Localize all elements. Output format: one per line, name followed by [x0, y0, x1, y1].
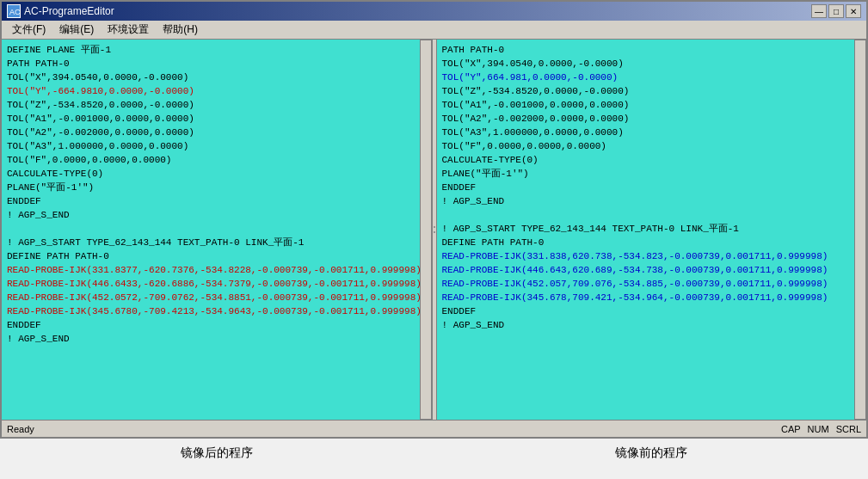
svg-point-3: [434, 231, 435, 233]
menu-edit[interactable]: 编辑(E): [52, 21, 101, 39]
right-code-line: PLANE("平面-1'"): [442, 167, 850, 181]
left-scrollbar[interactable]: [420, 40, 432, 420]
main-window: AC AC-ProgrameEditor — □ ✕ 文件(F) 编辑(E) 环…: [0, 0, 868, 439]
menu-help[interactable]: 帮助(H): [156, 21, 205, 39]
right-code-line: READ-PROBE-IJK(345.678,709.421,-534.964,…: [442, 291, 850, 304]
right-code-line: CALCULATE-TYPE(0): [442, 153, 850, 167]
menu-bar: 文件(F) 编辑(E) 环境设置 帮助(H): [2, 21, 866, 40]
status-scrl: SCRL: [836, 424, 861, 434]
left-code-line: TOL("X",394.0540,0.0000,-0.0000): [7, 71, 415, 84]
left-code-line: ! AGP_S_START TYPE_62_143_144 TEXT_PATH-…: [7, 236, 415, 249]
left-code-line: TOL("A2",-0.002000,0.0000,0.0000): [7, 126, 415, 139]
left-code-line: TOL("Z",-534.8520,0.0000,-0.0000): [7, 98, 415, 112]
right-code-line: ! AGP_S_END: [442, 318, 850, 332]
left-code-line: ! AGP_S_END: [7, 208, 415, 222]
title-bar: AC AC-ProgrameEditor — □ ✕: [2, 2, 866, 21]
right-code-line: [442, 208, 850, 222]
left-code-line: TOL("A3",1.000000,0.0000,0.0000): [7, 139, 415, 153]
menu-settings[interactable]: 环境设置: [101, 21, 156, 39]
right-code-line: ENDDEF: [442, 304, 850, 318]
right-scrollbar[interactable]: [854, 40, 866, 420]
status-right: CAP NUM SCRL: [781, 424, 861, 434]
status-num: NUM: [808, 424, 829, 434]
svg-point-2: [434, 226, 435, 228]
minimize-button[interactable]: —: [811, 4, 827, 18]
left-code-line: DEFINE PATH PATH-0: [7, 249, 415, 263]
left-code-line: [7, 222, 415, 236]
svg-text:AC: AC: [9, 8, 20, 16]
right-code-line: READ-PROBE-IJK(446.643,620.689,-534.738,…: [442, 263, 850, 277]
left-editor-pane[interactable]: DEFINE PLANE 平面-1PATH PATH-0TOL("X",394.…: [2, 40, 420, 420]
right-pane-container: PATH PATH-0TOL("X",394.0540,0.0000,-0.00…: [437, 40, 867, 420]
status-cap: CAP: [781, 424, 801, 434]
right-code-line: READ-PROBE-IJK(331.838,620.738,-534.823,…: [442, 249, 850, 263]
left-code-line: CALCULATE-TYPE(0): [7, 167, 415, 181]
status-ready: Ready: [7, 424, 34, 434]
left-code-line: ENDDEF: [7, 194, 415, 208]
title-bar-left: AC AC-ProgrameEditor: [7, 4, 114, 18]
caption-area: 镜像后的程序 镜像前的程序: [0, 439, 868, 464]
right-editor-pane[interactable]: PATH PATH-0TOL("X",394.0540,0.0000,-0.00…: [437, 40, 855, 420]
right-code-line: ! AGP_S_START TYPE_62_143_144 TEXT_PATH-…: [442, 222, 850, 236]
left-code-line: READ-PROBE-IJK(446.6433,-620.6886,-534.7…: [7, 277, 415, 291]
menu-file[interactable]: 文件(F): [5, 21, 52, 39]
right-code-line: TOL("X",394.0540,0.0000,-0.0000): [442, 57, 850, 71]
window-title: AC-ProgrameEditor: [24, 5, 114, 17]
left-pane-container: DEFINE PLANE 平面-1PATH PATH-0TOL("X",394.…: [2, 40, 432, 420]
left-code-line: TOL("A1",-0.001000,0.0000,0.0000): [7, 112, 415, 126]
right-caption: 镜像前的程序: [615, 445, 687, 461]
main-content: DEFINE PLANE 平面-1PATH PATH-0TOL("X",394.…: [2, 40, 866, 420]
left-code-line: DEFINE PLANE 平面-1: [7, 43, 415, 57]
right-code-line: READ-PROBE-IJK(452.057,709.076,-534.885,…: [442, 277, 850, 291]
left-code-line: ! AGP_S_END: [7, 332, 415, 346]
left-code-line: READ-PROBE-IJK(452.0572,-709.0762,-534.8…: [7, 291, 415, 304]
status-bar: Ready CAP NUM SCRL: [2, 420, 866, 437]
left-code-line: TOL("Y",-664.9810,0.0000,-0.0000): [7, 84, 415, 98]
right-code-line: TOL("Y",664.981,0.0000,-0.0000): [442, 71, 850, 84]
right-code-line: TOL("A3",1.000000,0.0000,0.0000): [442, 126, 850, 139]
left-code-line: PATH PATH-0: [7, 57, 415, 71]
right-code-line: TOL("A2",-0.002000,0.0000,0.0000): [442, 112, 850, 126]
left-caption: 镜像后的程序: [181, 445, 253, 461]
left-code-line: READ-PROBE-IJK(345.6780,-709.4213,-534.9…: [7, 304, 415, 318]
right-code-line: TOL("F",0.0000,0.0000,0.0000): [442, 139, 850, 153]
right-code-line: PATH PATH-0: [442, 43, 850, 57]
maximize-button[interactable]: □: [828, 4, 844, 18]
right-code-line: TOL("A1",-0.001000,0.0000,0.0000): [442, 98, 850, 112]
left-code-line: TOL("F",0.0000,0.0000,0.0000): [7, 153, 415, 167]
title-buttons: — □ ✕: [811, 4, 861, 18]
close-button[interactable]: ✕: [846, 4, 861, 18]
left-code-line: READ-PROBE-IJK(331.8377,-620.7376,-534.8…: [7, 263, 415, 277]
left-code-line: PLANE("平面-1'"): [7, 181, 415, 194]
app-icon: AC: [7, 4, 21, 18]
right-code-line: ! AGP_S_END: [442, 194, 850, 208]
left-code-line: ENDDEF: [7, 318, 415, 332]
right-code-line: TOL("Z",-534.8520,0.0000,-0.0000): [442, 84, 850, 98]
right-code-line: ENDDEF: [442, 181, 850, 194]
right-code-line: DEFINE PATH PATH-0: [442, 236, 850, 249]
